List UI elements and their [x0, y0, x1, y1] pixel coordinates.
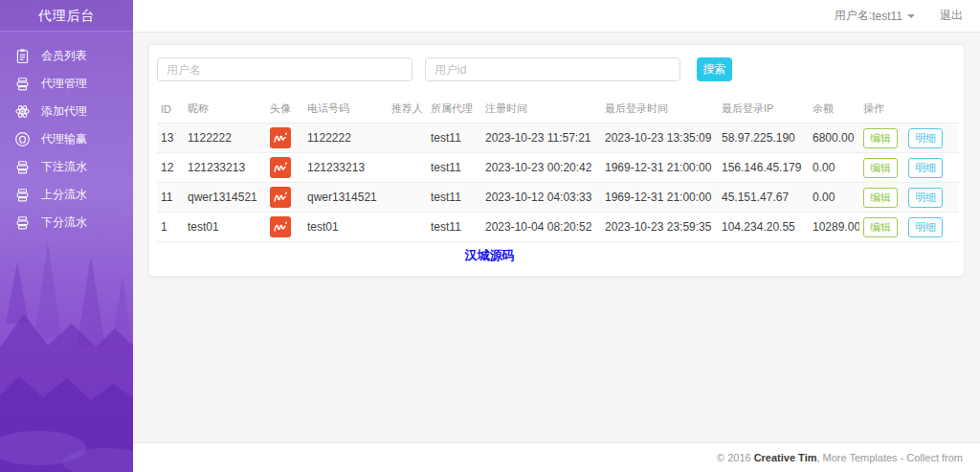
table-row: 13 1122222 1122222 test11 2023-10-23 11:… [157, 124, 959, 153]
detail-button[interactable]: 明细 [908, 188, 943, 208]
cell-phone: qwer1314521 [303, 183, 388, 213]
cell-id: 11 [157, 183, 184, 213]
search-bar: 搜索 [157, 57, 956, 81]
sidebar-item-member-list[interactable]: 会员列表 [0, 42, 133, 70]
table-body: 13 1122222 1122222 test11 2023-10-23 11:… [157, 124, 959, 242]
edit-button[interactable]: 编辑 [863, 188, 898, 208]
topbar: 用户名: test11 退出 [133, 0, 980, 33]
sidebar-nav: 会员列表 代理管理 添加代理 代理输赢 下注流水 [0, 32, 133, 236]
table-row: 11 qwer1314521 qwer1314521 test11 2023-1… [157, 183, 959, 213]
sidebar-item-deposit-flow[interactable]: 上分流水 [0, 181, 133, 209]
cell-referrer [388, 124, 427, 153]
more-templates-link[interactable]: More Templates [823, 452, 898, 463]
sidebar-item-add-agent[interactable]: 添加代理 [0, 98, 133, 125]
sidebar-item-label: 代理输赢 [41, 131, 87, 147]
app-title: 代理后台 [0, 0, 133, 32]
cell-agent: test11 [427, 124, 481, 153]
member-table: ID 昵称 头像 电话号码 推荐人 所属代理 注册时间 最后登录时间 最后登录I… [157, 98, 959, 242]
ledger-icon [13, 76, 31, 93]
cell-reg-time: 2023-10-23 00:20:42 [481, 153, 601, 183]
main-area: 用户名: test11 退出 搜索 ID 昵称 头像 电话号码 推荐人 [133, 0, 980, 472]
cell-balance: 10289.00 [809, 213, 859, 242]
cell-referrer [388, 183, 427, 213]
footer-separator: , [816, 452, 819, 463]
omega-circle-icon [13, 131, 31, 148]
avatar-signature-icon [272, 130, 289, 146]
sidebar-item-agent-winloss[interactable]: 代理输赢 [0, 125, 133, 153]
cell-agent: test11 [427, 213, 481, 242]
sidebar-item-label: 添加代理 [41, 103, 87, 120]
sidebar-item-agent-manage[interactable]: 代理管理 [0, 70, 133, 98]
avatar [270, 216, 291, 237]
sidebar-item-label: 会员列表 [41, 48, 87, 64]
cell-reg-time: 2023-10-12 04:03:33 [481, 183, 601, 213]
cell-nickname: 121233213 [184, 153, 266, 183]
detail-button[interactable]: 明细 [908, 158, 943, 178]
sidebar-item-label: 下注流水 [41, 159, 87, 175]
username-value: test11 [872, 10, 902, 23]
table-row: 12 121233213 121233213 test11 2023-10-23… [157, 153, 959, 183]
cell-phone: 121233213 [303, 153, 388, 183]
cell-last-login-time: 2023-10-23 23:59:35 [601, 213, 718, 242]
copyright-text: © 2016 [717, 452, 751, 463]
col-header-balance: 余额 [809, 98, 859, 124]
avatar-signature-icon [272, 190, 289, 205]
cell-last-login-time: 1969-12-31 21:00:00 [601, 183, 718, 213]
cell-reg-time: 2023-10-04 08:20:52 [481, 213, 601, 242]
cell-agent: test11 [427, 183, 481, 213]
cell-balance: 0.00 [809, 183, 859, 213]
cell-balance: 0.00 [809, 153, 859, 183]
cell-id: 12 [157, 153, 184, 183]
table-header: ID 昵称 头像 电话号码 推荐人 所属代理 注册时间 最后登录时间 最后登录I… [157, 98, 959, 124]
cell-last-login-ip: 58.97.225.190 [718, 124, 809, 153]
cell-nickname: 1122222 [184, 124, 266, 153]
sidebar: 代理后台 会员列表 代理管理 添加代理 代理输赢 [0, 0, 133, 472]
member-list-card: 搜索 ID 昵称 头像 电话号码 推荐人 所属代理 注册时间 最后登录时间 最后… [148, 44, 965, 277]
sidebar-item-label: 上分流水 [41, 187, 87, 203]
ledger-icon [13, 187, 31, 204]
sidebar-item-bet-flow[interactable]: 下注流水 [0, 153, 133, 181]
avatar [270, 157, 291, 178]
content: 搜索 ID 昵称 头像 电话号码 推荐人 所属代理 注册时间 最后登录时间 最后… [133, 33, 980, 442]
avatar-signature-icon [272, 219, 289, 235]
atom-icon [13, 103, 31, 121]
logout-button[interactable]: 退出 [940, 8, 963, 24]
col-header-nickname: 昵称 [184, 98, 266, 124]
col-header-agent: 所属代理 [427, 98, 481, 124]
detail-button[interactable]: 明细 [908, 217, 943, 237]
forest-background-image [0, 233, 133, 472]
chevron-down-icon [907, 14, 915, 18]
edit-button[interactable]: 编辑 [863, 158, 898, 178]
avatar-signature-icon [272, 160, 289, 175]
sidebar-item-withdraw-flow[interactable]: 下分流水 [0, 209, 133, 236]
cell-id: 1 [157, 213, 184, 242]
avatar [270, 127, 291, 148]
avatar [270, 187, 291, 208]
edit-button[interactable]: 编辑 [863, 128, 898, 148]
cell-balance: 6800.00 [809, 124, 859, 153]
cell-phone: test01 [303, 213, 388, 242]
clipboard-icon [13, 48, 31, 65]
cell-last-login-ip: 45.151.47.67 [718, 183, 809, 213]
table-row: 1 test01 test01 test11 2023-10-04 08:20:… [157, 213, 959, 242]
userid-search-input[interactable] [425, 57, 680, 81]
cell-last-login-ip: 104.234.20.55 [718, 213, 809, 242]
search-button[interactable]: 搜索 [697, 57, 732, 81]
col-header-id: ID [157, 98, 184, 124]
brand-name: Creative Tim [754, 452, 817, 463]
col-header-avatar: 头像 [266, 98, 303, 124]
cell-nickname: test01 [184, 213, 266, 242]
detail-button[interactable]: 明细 [908, 128, 943, 148]
col-header-referrer: 推荐人 [388, 98, 427, 124]
watermark-link[interactable]: 汉城源码 [90, 242, 889, 270]
username-search-input[interactable] [157, 57, 412, 81]
col-header-last-login-time: 最后登录时间 [601, 98, 718, 124]
col-header-actions: 操作 [859, 98, 959, 124]
cell-phone: 1122222 [303, 124, 388, 153]
username-dropdown[interactable]: 用户名: test11 [835, 8, 915, 24]
cell-last-login-time: 2023-10-23 13:35:09 [601, 124, 718, 153]
edit-button[interactable]: 编辑 [863, 217, 898, 237]
sidebar-item-label: 代理管理 [41, 76, 87, 92]
cell-referrer [388, 213, 427, 242]
footer: © 2016 Creative Tim , More Templates - C… [133, 442, 980, 472]
